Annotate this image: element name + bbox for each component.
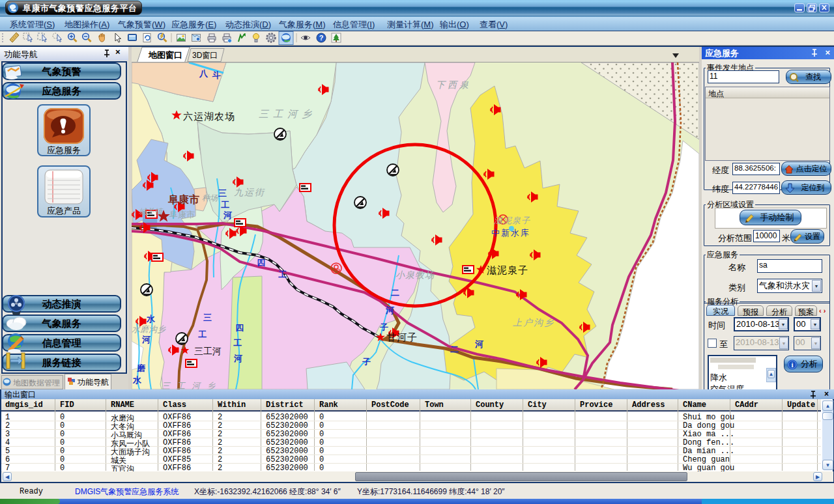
svg-text:三工河乡: 三工河乡 xyxy=(259,108,316,119)
svg-text:小泉牧场: 小泉牧场 xyxy=(395,270,435,280)
svg-text:工: 工 xyxy=(233,338,242,348)
svg-text:阜康市: 阜康市 xyxy=(169,210,195,219)
svg-text:斗: 斗 xyxy=(212,70,221,80)
svg-text:滋泥泉子: 滋泥泉子 xyxy=(494,216,530,225)
svg-text:阜康市: 阜康市 xyxy=(167,193,199,205)
svg-text:工: 工 xyxy=(221,200,229,210)
svg-text:城关镇: 城关镇 xyxy=(139,207,164,216)
svg-text:九运街: 九运街 xyxy=(234,187,265,197)
svg-text:子: 子 xyxy=(362,357,371,367)
svg-text:八: 八 xyxy=(199,68,208,78)
svg-text:种场: 种场 xyxy=(202,193,218,203)
svg-text:河: 河 xyxy=(385,305,394,315)
svg-text:四: 四 xyxy=(235,323,244,333)
svg-text:三: 三 xyxy=(203,313,212,322)
svg-text:六运湖农场: 六运湖农场 xyxy=(183,111,235,122)
svg-text:中新水库: 中新水库 xyxy=(491,228,530,238)
svg-text:河: 河 xyxy=(223,210,232,220)
svg-text:三工河乡: 三工河乡 xyxy=(162,381,222,389)
svg-text:i: i xyxy=(791,361,793,369)
svg-text:二: 二 xyxy=(391,288,399,298)
svg-text:三: 三 xyxy=(218,188,227,198)
svg-text:四: 四 xyxy=(257,258,265,268)
svg-text:甘河子: 甘河子 xyxy=(386,331,418,343)
svg-text:磨: 磨 xyxy=(136,363,146,373)
svg-text:水: 水 xyxy=(146,314,156,324)
svg-text:河: 河 xyxy=(141,335,151,344)
svg-text:河: 河 xyxy=(233,354,242,363)
svg-text:子: 子 xyxy=(379,322,388,332)
svg-text:上户沟乡: 上户沟乡 xyxy=(513,317,554,328)
svg-text:?: ? xyxy=(319,34,324,42)
svg-text:水磨沟乡: 水磨沟乡 xyxy=(132,324,166,334)
svg-text:工: 工 xyxy=(198,329,207,339)
svg-text:河: 河 xyxy=(474,339,483,349)
svg-text:三工河: 三工河 xyxy=(194,346,222,356)
svg-text:工: 工 xyxy=(278,270,287,279)
svg-text:滋泥泉子: 滋泥泉子 xyxy=(487,264,528,275)
svg-text:下西泉: 下西泉 xyxy=(436,79,471,90)
svg-text:水: 水 xyxy=(132,375,142,385)
svg-text:二: 二 xyxy=(450,344,459,354)
